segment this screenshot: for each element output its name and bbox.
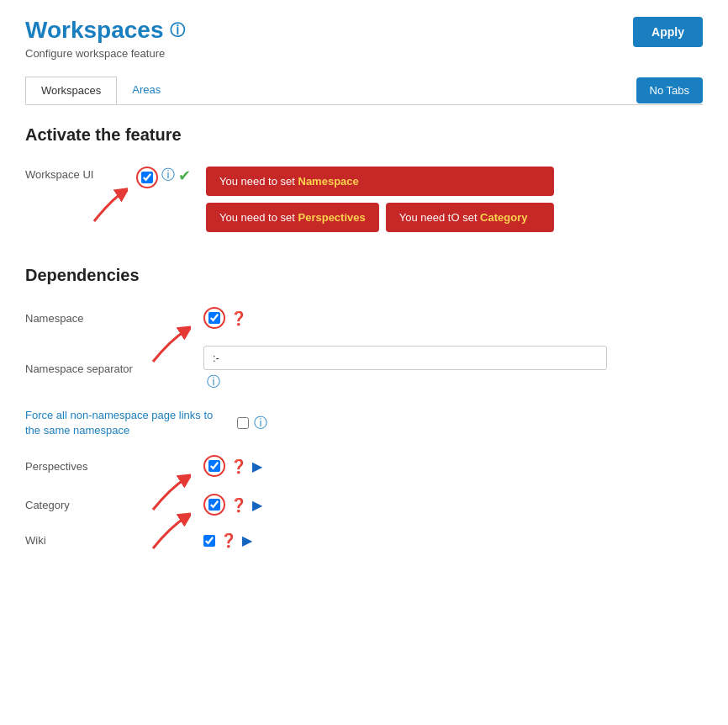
wiki-checkbox[interactable] — [203, 535, 215, 547]
category-checkbox-circled — [203, 494, 225, 516]
perspectives-question-icon[interactable]: ❓ — [230, 458, 247, 474]
alert-category[interactable]: You need tO set Category — [386, 203, 554, 232]
workspace-ui-checkbox-circled — [136, 167, 158, 188]
arrow-namespace — [145, 320, 191, 366]
arrow-category — [145, 506, 191, 553]
alert-namespace[interactable]: You need to set Namespace — [206, 167, 554, 196]
alert-category-text: You need tO set — [399, 211, 480, 224]
perspectives-checkbox[interactable] — [208, 460, 220, 472]
alert-category-highlight: Category — [480, 211, 527, 224]
dep-row-namespace: Namespace ❓ — [25, 299, 703, 337]
category-checkbox[interactable] — [208, 499, 220, 511]
tab-list: Workspaces Areas — [25, 77, 176, 104]
activate-section-title: Activate the feature — [25, 125, 703, 145]
alert-namespace-highlight: Namespace — [298, 175, 359, 188]
wiki-question-icon[interactable]: ❓ — [220, 532, 237, 548]
dep-row-namespace-separator: Namespace separator ⓘ — [25, 337, 703, 400]
workspace-ui-check-icon: ✔ — [178, 167, 191, 185]
dependencies-section: Dependencies Namespace ❓ Namespace separ… — [25, 266, 703, 557]
alert-namespace-text: You need to set — [219, 175, 298, 188]
alert-perspectives[interactable]: You need to set Perspectives — [206, 203, 379, 232]
alert-perspectives-text: You need to set — [219, 211, 298, 224]
namespace-separator-input[interactable] — [203, 346, 607, 370]
tab-areas[interactable]: Areas — [117, 77, 176, 104]
workspace-ui-checkbox[interactable] — [141, 172, 153, 183]
activate-section: Activate the feature Workspace UI — [25, 125, 703, 241]
namespace-checkbox[interactable] — [208, 312, 220, 324]
tab-workspaces[interactable]: Workspaces — [25, 77, 117, 104]
category-play-icon[interactable]: ▶ — [252, 497, 262, 513]
namespace-checkbox-circled — [203, 307, 225, 329]
workspace-ui-label: Workspace UI — [25, 167, 126, 181]
namespace-separator-info-icon[interactable]: ⓘ — [207, 373, 607, 391]
page-title: Workspaces ⓘ — [25, 17, 185, 44]
help-icon[interactable]: ⓘ — [170, 20, 185, 40]
arrow-workspace-ui — [86, 183, 128, 225]
category-question-icon[interactable]: ❓ — [230, 497, 247, 513]
dep-label-force-namespace[interactable]: Force all non-namespace page links to th… — [25, 408, 227, 438]
force-namespace-checkbox[interactable] — [237, 417, 249, 429]
dep-row-wiki: Wiki ❓ ▶ — [25, 524, 703, 557]
dep-row-force-namespace: Force all non-namespace page links to th… — [25, 400, 703, 447]
workspace-ui-info-icon[interactable]: ⓘ — [161, 167, 175, 184]
apply-button[interactable]: Apply — [633, 17, 703, 47]
tabs-row: Workspaces Areas No Tabs — [25, 77, 703, 105]
page-subtitle: Configure workspace feature — [25, 47, 185, 60]
namespace-question-icon[interactable]: ❓ — [230, 310, 247, 326]
dep-row-perspectives: Perspectives ❓ ▶ — [25, 447, 703, 485]
alert-perspectives-highlight: Perspectives — [298, 211, 366, 224]
dep-row-category: Category ❓ ▶ — [25, 485, 703, 524]
dependencies-section-title: Dependencies — [25, 266, 703, 285]
alert-badges: You need to set Namespace You need to se… — [206, 167, 554, 232]
perspectives-checkbox-circled — [203, 455, 225, 477]
wiki-play-icon[interactable]: ▶ — [242, 532, 252, 548]
no-tabs-button[interactable]: No Tabs — [636, 77, 703, 103]
perspectives-play-icon[interactable]: ▶ — [252, 458, 262, 474]
alert-badges-row: You need to set Perspectives You need tO… — [206, 203, 554, 232]
workspace-ui-row: Workspace UI ⓘ ✔ — [25, 158, 703, 241]
force-namespace-info-icon[interactable]: ⓘ — [254, 415, 267, 432]
